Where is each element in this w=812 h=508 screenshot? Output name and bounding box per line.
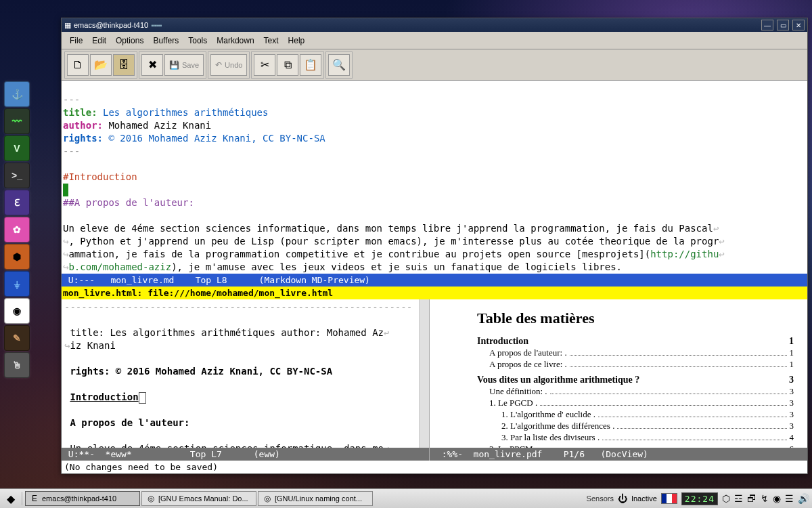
menu-buffers[interactable]: Buffers: [149, 35, 183, 47]
front-matter-open: ---: [63, 94, 80, 105]
toc-label: A propos de ce livre: .: [489, 358, 567, 370]
toolbar: 🗋 📂 🗄 ✖ 💾Save ↶Undo ✂ ⧉ 📋 🔍: [62, 49, 807, 81]
toc-page: 3: [790, 385, 794, 397]
pdf-toc-title: Table des matières: [477, 312, 794, 324]
menu-tools[interactable]: Tools: [184, 35, 211, 47]
menu-markdown[interactable]: Markdown: [212, 35, 258, 47]
power-icon[interactable]: ⏻: [618, 493, 627, 504]
toc-entry: Vous dites un algorithme arithmetique ?3: [477, 370, 794, 385]
dock-launcher-vim[interactable]: V: [4, 135, 30, 161]
open-file-button[interactable]: 📂: [90, 54, 112, 76]
toc-entry: 1. L'algorithme d' euclide .3: [477, 408, 794, 420]
dock-launcher-pulse[interactable]: ⏚: [4, 271, 30, 297]
md-link-label: mesprojets: [582, 249, 639, 259]
scrollbar[interactable]: [419, 299, 429, 448]
fm-title-val: Les algorithmes arithmétiques: [97, 107, 269, 118]
toc-label: 3. Par la liste des diviseurs .: [501, 431, 600, 443]
wrap-glyph-icon: ↩: [384, 443, 389, 448]
minibuffer[interactable]: (No changes need to be saved): [62, 461, 807, 473]
dock-launcher-term[interactable]: >_: [4, 163, 30, 188]
toc-entry: Introduction1: [477, 331, 794, 347]
md-para-l1: Un eleve de 4éme section sciences inform…: [63, 223, 713, 234]
menu-file[interactable]: File: [66, 35, 87, 47]
tray-icon[interactable]: ☰: [785, 493, 794, 504]
kill-buffer-button[interactable]: ✖: [141, 54, 163, 76]
titlebar-decoration: ▪▪▪▪▪▪: [151, 22, 161, 29]
eww-title-line2: iz Knani: [70, 340, 115, 351]
modeline-markdown[interactable]: U:--- mon_livre.md Top L8 (Markdown MD-P…: [62, 274, 807, 287]
search-button[interactable]: 🔍: [328, 54, 350, 76]
fm-rights-val: © 2016 Mohamed Aziz Knani, CC BY-NC-SA: [103, 133, 325, 144]
toc-leader-dots: [642, 370, 786, 383]
menu-edit[interactable]: Edit: [88, 35, 110, 47]
task-label: emacs@thinkpad-t410: [42, 494, 116, 503]
toc-page: 1: [790, 358, 794, 370]
save-button[interactable]: 💾Save: [164, 54, 204, 76]
pdf-page[interactable]: Table des matières Introduction1A propos…: [430, 299, 807, 448]
md-para-l4b: ), je m'amuse avec les jeux videos et je…: [171, 261, 622, 272]
undo-button[interactable]: ↶Undo: [210, 54, 247, 76]
toc-leader-dots: [570, 347, 787, 356]
tray-icon[interactable]: ↯: [761, 493, 769, 504]
wrap-glyph-icon: ↩: [719, 236, 724, 247]
toc-label: 2. Le PPCM .: [489, 443, 537, 448]
dock-launcher-mouse[interactable]: 🖱: [4, 352, 30, 378]
eww-buffer[interactable]: ----------------------------------------…: [62, 299, 429, 448]
menu-help[interactable]: Help: [284, 35, 309, 47]
modeline-docview[interactable]: :%%- mon_livre.pdf P1/6 (DocView): [430, 448, 807, 461]
dock-launcher-hex[interactable]: ⬢: [4, 244, 30, 270]
toc-label: 2. L'algorithme des différences .: [501, 420, 614, 431]
toc-leader-dots: [570, 358, 787, 367]
emacs-frame: --- title: Les algorithmes arithmétiques…: [62, 81, 807, 473]
eww-hr: ----------------------------------------…: [64, 301, 412, 312]
taskbar-task[interactable]: ◎[GNU Emacs Manual: Do...: [141, 491, 256, 506]
md-para-l3a: ammation, je fais de la programmation co…: [68, 249, 582, 259]
text-cursor: [63, 184, 68, 196]
sensors-label[interactable]: Sensors: [587, 494, 614, 503]
eww-location-bar[interactable]: mon_livre.html: file:///home/mohamed/mon…: [62, 287, 807, 299]
toc-label: Introduction: [477, 335, 528, 347]
task-label: [GNU Emacs Manual: Do...: [158, 494, 248, 503]
window-sysmenu-icon[interactable]: ▦: [64, 21, 71, 30]
taskbar-task[interactable]: Eemacs@thinkpad-t410: [25, 491, 140, 506]
markdown-buffer[interactable]: --- title: Les algorithmes arithmétiques…: [62, 81, 807, 274]
dock-launcher-emacs[interactable]: ℇ: [4, 190, 30, 215]
tray-icon[interactable]: 🗗: [747, 493, 757, 504]
toc-entry: A propos de ce livre: .1: [477, 358, 794, 370]
maximize-button[interactable]: ▭: [777, 20, 789, 30]
cut-button[interactable]: ✂: [254, 54, 275, 76]
menu-text[interactable]: Text: [260, 35, 283, 47]
eww-rights: rights: © 2016 Mohamed Aziz Knani, CC BY…: [70, 366, 332, 377]
dired-button[interactable]: 🗄: [113, 54, 135, 76]
fm-rights-key: rights:: [63, 133, 103, 144]
close-button[interactable]: ✕: [792, 20, 805, 30]
toc-page: 1: [790, 347, 794, 358]
dock-launcher-activity[interactable]: 〰: [4, 108, 30, 134]
tray-icon[interactable]: ⬡: [722, 493, 730, 504]
start-menu-button[interactable]: ◆: [3, 491, 19, 506]
md-para-l2: , Python et j'apprend un peu de Lisp (po…: [68, 236, 719, 247]
volume-icon[interactable]: 🔊: [798, 493, 809, 504]
task-icon: ◎: [146, 494, 156, 503]
keyboard-layout-fr-icon[interactable]: [661, 493, 677, 504]
paste-button[interactable]: 📋: [300, 54, 321, 76]
tray-icon[interactable]: ☲: [734, 493, 743, 504]
toc-leader-dots: [602, 431, 786, 440]
minimize-button[interactable]: —: [761, 20, 773, 30]
dock-launcher-gimp[interactable]: ✎: [4, 325, 30, 351]
wrap-glyph-icon: ↩: [713, 223, 719, 234]
modeline-eww[interactable]: U:**- *eww* Top L7 (eww): [62, 448, 429, 461]
dock-launcher-anchor[interactable]: ⚓: [4, 81, 30, 107]
taskbar-task[interactable]: ◎[GNU/Linux naming cont...: [258, 491, 373, 506]
menu-options[interactable]: Options: [112, 35, 148, 47]
dock-launcher-pink[interactable]: ✿: [4, 217, 30, 242]
toc-entry: 1. Le PGCD .3: [477, 397, 794, 408]
window-title: emacs@thinkpad-t410: [74, 21, 148, 29]
new-file-button[interactable]: 🗋: [67, 54, 89, 76]
window-titlebar[interactable]: ▦ emacs@thinkpad-t410 ▪▪▪▪▪▪ — ▭ ✕: [62, 18, 807, 32]
clock[interactable]: 22:24: [681, 492, 718, 505]
chrome-tray-icon[interactable]: ◉: [773, 493, 781, 504]
dock-launcher-chrome[interactable]: ◉: [4, 298, 30, 324]
copy-button[interactable]: ⧉: [277, 54, 298, 76]
toc-page: 3: [790, 420, 794, 431]
